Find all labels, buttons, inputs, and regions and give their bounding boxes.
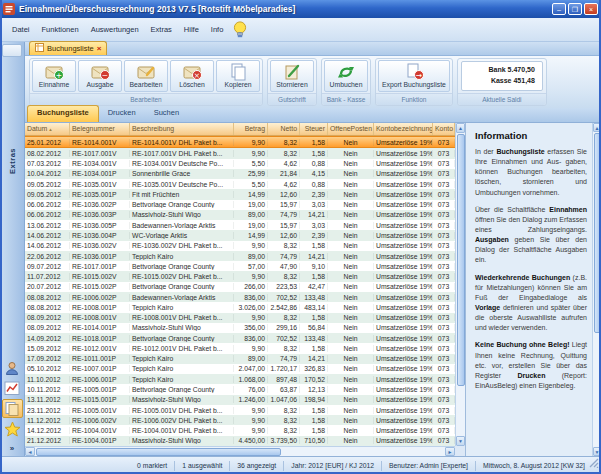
chart-icon[interactable] xyxy=(2,379,23,398)
maximize-button[interactable]: ❐ xyxy=(568,3,582,15)
bank-saldo: Bank 5.470,50 xyxy=(489,65,535,76)
lightbulb-icon[interactable] xyxy=(233,21,247,38)
view-tab-suchen[interactable]: Suchen xyxy=(145,106,188,122)
status-item-2: 36 angezeigt xyxy=(237,462,276,469)
minimize-button[interactable]: – xyxy=(552,3,566,15)
close-button[interactable]: × xyxy=(584,3,598,15)
table-row[interactable]: 14.12.2012RE-1004.001VRE-1004.001V DHL P… xyxy=(25,425,455,435)
title-bar[interactable]: Einnahmen/Überschussrechnung 2013 V7.5 [… xyxy=(0,0,601,18)
tab-buchungsliste[interactable]: Buchungsliste × xyxy=(29,41,107,55)
star-icon[interactable] xyxy=(2,419,23,438)
toolbar-button-stornieren[interactable]: Stornieren xyxy=(270,60,314,92)
tab-close-icon[interactable]: × xyxy=(97,44,102,53)
table-row[interactable]: 17.09.2012RE-1011.001PTeppich Kairo89,00… xyxy=(25,354,455,364)
table-row[interactable]: 13.11.2012RE-1015.001PMassivholz-Stuhl W… xyxy=(25,395,455,405)
info-panel-title: Information xyxy=(475,130,587,141)
user-icon[interactable] xyxy=(2,359,23,378)
column-header-netto[interactable]: Netto xyxy=(268,123,300,135)
toolbar-button-bearbeiten[interactable]: Bearbeiten xyxy=(124,60,168,92)
export-icon: → xyxy=(404,62,424,81)
table-row[interactable]: 09.05.2012RE-1035.001PFit mit Früchten14… xyxy=(25,189,455,199)
window-controls: –❐× xyxy=(552,3,598,15)
resize-grip-icon[interactable] xyxy=(589,454,599,472)
info-paragraph: In der Buchungsliste erfassen Sie Ihre E… xyxy=(475,147,587,198)
bookings-table: Datum▴BelegnummerBeschreibungBetragNetto… xyxy=(25,123,465,456)
column-header-betrag[interactable]: Betrag xyxy=(234,123,268,135)
table-row[interactable]: 21.12.2012RE-1004.001PMassivholz-Stuhl W… xyxy=(25,436,455,446)
table-row[interactable]: 08.08.2012RE-1006.002PBadewannen-Vorlage… xyxy=(25,292,455,302)
column-header-kontobezeichnung[interactable]: Kontobezeichnung xyxy=(374,123,433,135)
horizontal-scrollbar[interactable]: ◄ ► xyxy=(25,446,455,456)
menu-item-datei[interactable]: Datei xyxy=(6,22,36,37)
table-row[interactable]: 09.07.2012RE-1017.001PBettvorlage Orange… xyxy=(25,261,455,271)
table-row[interactable]: 08.02.2012RE-1017.001VRE-1017.001V DHL P… xyxy=(25,148,455,158)
status-item-4: Benutzer: Admin [Experte] xyxy=(389,462,468,469)
info-panel: Information In der Buchungsliste erfasse… xyxy=(465,123,601,456)
menu-item-funktionen[interactable]: Funktionen xyxy=(36,22,85,37)
toolbar-button-export-buchungsliste[interactable]: →Export Buchungsliste xyxy=(378,60,450,92)
table-row[interactable]: 22.06.2012RE-1036.001PTeppich Kairo89,00… xyxy=(25,251,455,261)
sidebar-top-button[interactable] xyxy=(2,44,22,57)
scroll-left-icon[interactable]: ◄ xyxy=(25,447,35,456)
table-header: Datum▴BelegnummerBeschreibungBetragNetto… xyxy=(25,123,455,136)
vertical-scrollbar[interactable]: ▲ ▼ xyxy=(455,123,465,446)
info-scroll-thumb[interactable] xyxy=(594,133,601,333)
scroll-right-icon[interactable]: ► xyxy=(445,447,455,456)
toolbar-button-ausgabe[interactable]: −Ausgabe xyxy=(78,60,122,92)
scroll-up-icon[interactable]: ▲ xyxy=(593,123,601,132)
toolbar-button-umbuchen[interactable]: Umbuchen xyxy=(324,60,368,92)
view-tab-buchungsliste[interactable]: Buchungsliste xyxy=(27,105,99,122)
table-row[interactable]: 11.07.2012RE-1015.002VRE-1015.002V DHL P… xyxy=(25,271,455,281)
menu-item-info[interactable]: Info xyxy=(205,22,230,37)
table-row[interactable]: 11.12.2012RE-1006.002VRE-1006.002V DHL P… xyxy=(25,415,455,425)
menu-item-auswertungen[interactable]: Auswertungen xyxy=(85,22,145,37)
column-header-belegnummer[interactable]: Belegnummer xyxy=(70,123,130,135)
table-row[interactable]: 10.11.2012RE-1005.001PBettvorlage Orange… xyxy=(25,384,455,394)
view-tab-drucken[interactable]: Drucken xyxy=(99,106,145,122)
transfer-icon xyxy=(336,62,356,81)
toolbar-button-kopieren[interactable]: Kopieren xyxy=(216,60,260,92)
horizontal-scroll-thumb[interactable] xyxy=(36,448,281,456)
delete-icon: × xyxy=(182,62,202,81)
table-row[interactable]: 14.09.2012RE-1018.001PBettvorlage Orange… xyxy=(25,333,455,343)
table-row[interactable]: 13.06.2012RE-1036.005PBadewannen-Vorlage… xyxy=(25,220,455,230)
table-row[interactable]: 06.06.2012RE-1036.002PBettvorlage Orange… xyxy=(25,200,455,210)
group-label-bearbeiten: Bearbeiten xyxy=(30,93,262,105)
info-scrollbar[interactable]: ▲ ▼ xyxy=(592,123,601,456)
table-row[interactable]: 14.06.2012RE-1036.004PWC-Vorlage Arktis1… xyxy=(25,230,455,240)
table-row[interactable]: 11.10.2012RE-1006.001PTeppich Kairo1.068… xyxy=(25,374,455,384)
table-row[interactable]: 14.06.2012RE-1036.002VRE-1036.002V DHL P… xyxy=(25,241,455,251)
vertical-scroll-thumb[interactable] xyxy=(457,134,465,386)
table-row[interactable]: 08.09.2012RE-1014.001PMassivholz-Stuhl W… xyxy=(25,323,455,333)
column-header-steuer[interactable]: Steuer xyxy=(300,123,328,135)
table-row[interactable]: 08.08.2012RE-1008.001PTeppich Kairo3.026… xyxy=(25,302,455,312)
table-row[interactable]: 20.07.2012RE-1015.002PBettvorlage Orange… xyxy=(25,282,455,292)
table-row[interactable]: 23.11.2012RE-1005.001VRE-1005.001V DHL P… xyxy=(25,405,455,415)
saldo-box: Bank 5.470,50Kasse 451,48 xyxy=(461,61,543,91)
column-header-konto[interactable]: Konto xyxy=(433,123,455,135)
column-header-offeneposten[interactable]: OffenePosten xyxy=(328,123,374,135)
column-header-beschreibung[interactable]: Beschreibung xyxy=(130,123,234,135)
tab-label: Buchungsliste xyxy=(47,44,94,53)
status-bar: 0 markiert1 ausgewählt36 angezeigtJahr: … xyxy=(0,456,601,474)
table-row[interactable]: 25.01.2012RE-1014.001VRE-1014.001V DHL P… xyxy=(25,136,455,148)
scroll-down-icon[interactable]: ▼ xyxy=(456,436,465,446)
table-row[interactable]: 15.09.2012RE-1012.001VRE-1012.001V DHL P… xyxy=(25,343,455,353)
scroll-up-icon[interactable]: ▲ xyxy=(456,123,465,133)
table-row[interactable]: 05.10.2012RE-1007.001PTeppich Kairo2.047… xyxy=(25,364,455,374)
menu-item-extras[interactable]: Extras xyxy=(145,22,178,37)
toolbar-button-löschen[interactable]: ×Löschen xyxy=(170,60,214,92)
table-row[interactable]: 09.05.2012RE-1035.001VRE-1035.001V Deuts… xyxy=(25,179,455,189)
table-row[interactable]: 07.03.2012RE-1034.001VRE-1034.001V Deuts… xyxy=(25,159,455,169)
receipt-icon[interactable] xyxy=(2,399,23,418)
status-item-5: Mittwoch, 8. August 2012 [KW 32] xyxy=(483,462,585,469)
window-title: Einnahmen/Überschussrechnung 2013 V7.5 [… xyxy=(19,4,552,14)
menu-item-hilfe[interactable]: Hilfe xyxy=(178,22,205,37)
table-row[interactable]: 10.04.2012RE-1034.001PSonnenbrille Grace… xyxy=(25,169,455,179)
sidebar-label-extras[interactable]: Extras xyxy=(8,148,17,174)
table-row[interactable]: 06.06.2012RE-1036.003PMassivholz-Stuhl W… xyxy=(25,210,455,220)
column-header-datum[interactable]: Datum▴ xyxy=(25,123,70,135)
table-row[interactable]: 08.09.2012RE-1008.001VRE-1008.001V DHL P… xyxy=(25,313,455,323)
chevron-icon[interactable]: » xyxy=(0,444,24,454)
toolbar-button-einnahme[interactable]: +Einnahme xyxy=(32,60,76,92)
